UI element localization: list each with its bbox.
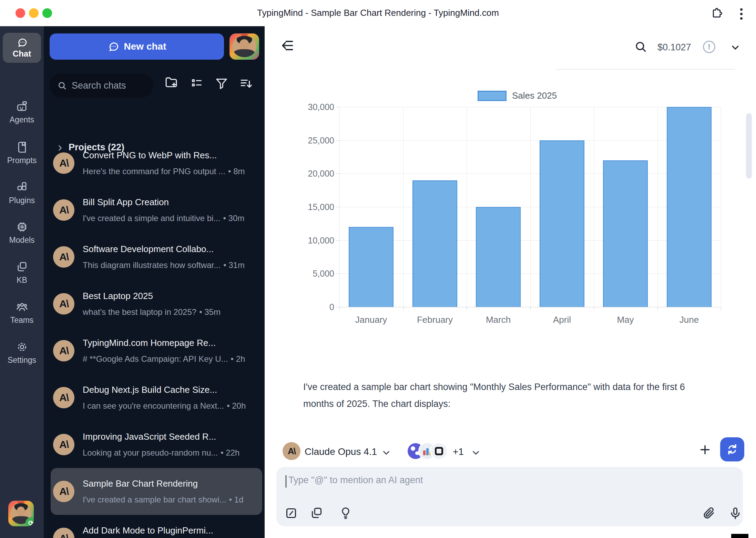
y-axis-tick — [336, 173, 339, 174]
chat-list-item[interactable]: A\ Bill Split App Creation I've created … — [51, 187, 262, 233]
attachment-icon[interactable] — [702, 506, 716, 520]
blocks-icon — [16, 181, 28, 193]
y-axis-tick — [336, 307, 339, 307]
y-axis-tick — [336, 107, 339, 107]
chat-list-item[interactable]: A\ Software Development Collabo... This … — [51, 233, 262, 280]
lightbulb-icon[interactable] — [339, 506, 353, 520]
chat-list-item[interactable]: A\ Best Laptop 2025 what's the best lapt… — [51, 280, 262, 327]
assistant-avatar: A\ — [53, 199, 74, 221]
assistant-avatar: A\ — [53, 434, 74, 455]
sidebar-item-prompts[interactable]: Prompts — [0, 141, 44, 165]
add-button[interactable] — [698, 443, 712, 457]
pages-icon[interactable] — [310, 506, 324, 520]
regenerate-button[interactable] — [720, 437, 744, 461]
user-avatar[interactable]: ⟳ — [8, 501, 34, 526]
assistant-avatar: A\ — [53, 387, 74, 408]
y-axis-label: 10,000 — [303, 236, 334, 246]
chart-legend[interactable]: Sales 2025 — [478, 90, 557, 101]
sidebar-item-agents[interactable]: Agents — [0, 100, 44, 124]
bar-june — [667, 107, 712, 307]
sync-status-badge: ⟳ — [25, 517, 34, 526]
sidebar-item-settings[interactable]: Settings — [0, 341, 44, 365]
nav-rail: Chat Agents Prompts Plugins — [0, 26, 44, 538]
titlebar: TypingMind - Sample Bar Chart Rendering … — [0, 0, 756, 26]
chat-list-item[interactable]: A\ Improving JavaScript Seeded R... Look… — [51, 421, 262, 468]
sidebar-collapse-button[interactable] — [280, 38, 295, 53]
sidebar-item-models[interactable]: Models — [0, 221, 44, 245]
book-bookmark-icon — [16, 141, 28, 153]
x-axis-label: April — [553, 315, 571, 325]
y-axis-label: 15,000 — [303, 202, 334, 212]
user-avatar[interactable] — [229, 33, 259, 60]
chevron-down-icon[interactable] — [381, 448, 391, 458]
sync-icon — [725, 442, 739, 456]
sidebar-item-chat[interactable]: Chat — [3, 33, 41, 63]
x-axis-label: March — [486, 315, 511, 325]
fps-overlay — [241, 34, 248, 36]
window-title: TypingMind - Sample Bar Chart Rendering … — [0, 8, 756, 18]
assistant-avatar: A\ — [53, 152, 74, 174]
search-chats-input[interactable] — [71, 80, 145, 91]
sort-button[interactable] — [239, 77, 253, 91]
gridline — [594, 107, 594, 307]
search-conversation-icon[interactable] — [634, 40, 647, 53]
chevron-down-icon[interactable] — [471, 448, 481, 458]
chat-list-item-selected[interactable]: A\ Sample Bar Chart Rendering I've creat… — [51, 468, 262, 515]
model-selector[interactable]: Claude Opus 4.1 — [305, 446, 377, 457]
legend-swatch — [478, 91, 507, 101]
chat-bubble-icon — [17, 37, 28, 48]
gridline — [721, 107, 721, 307]
chat-list-item[interactable]: A\ Debug Next.js Build Cache Size... I c… — [51, 374, 262, 421]
assistant-avatar: A\ — [53, 528, 74, 538]
chat-list-item[interactable]: A\ TypingMind.com Homepage Re... # **Goo… — [51, 327, 262, 374]
chat-list-item[interactable]: A\ Add Dark Mode to PluginPermi... — [51, 515, 262, 538]
chevron-down-icon[interactable] — [730, 42, 741, 53]
conversation-pane: $0.1027 ! Sales 2025 05,00010,00015,0002… — [265, 26, 756, 538]
app-window: TypingMind - Sample Bar Chart Rendering … — [0, 0, 756, 538]
bar-march — [476, 207, 521, 307]
sidebar-item-kb[interactable]: KB — [0, 261, 44, 285]
bar-may — [603, 160, 648, 307]
prompt-library-icon[interactable] — [284, 506, 298, 520]
message-composer[interactable] — [276, 467, 743, 526]
bulk-select-button[interactable] — [190, 77, 204, 90]
chat-list-item[interactable]: A\ Convert PNG to WebP with Res... Here'… — [51, 140, 262, 187]
scrollbar[interactable] — [746, 113, 752, 179]
new-chat-button[interactable]: New chat — [50, 33, 224, 60]
fps-overlay — [18, 501, 24, 503]
browser-menu-icon[interactable] — [740, 6, 743, 22]
text-caret — [286, 475, 286, 488]
conversation-cost[interactable]: $0.1027 — [657, 42, 691, 53]
x-axis-label: May — [617, 315, 634, 325]
assistant-message-text: I've created a sample bar chart showing … — [303, 379, 685, 412]
filter-button[interactable] — [215, 77, 228, 90]
x-axis-label: June — [680, 315, 699, 325]
x-axis-tick — [339, 307, 340, 310]
cost-info-icon[interactable]: ! — [703, 41, 715, 53]
browser-extension-icon[interactable] — [711, 7, 723, 19]
new-folder-button[interactable] — [164, 75, 178, 90]
message-input[interactable] — [288, 475, 599, 486]
model-avatar: A\ — [283, 442, 300, 460]
x-axis-label: January — [355, 315, 387, 325]
y-axis-label: 0 — [303, 302, 334, 312]
sidebar-item-teams[interactable]: Teams — [0, 301, 44, 325]
plugins-more-count[interactable]: +1 — [453, 446, 464, 457]
y-axis-label: 5,000 — [303, 269, 334, 279]
chip-icon — [16, 221, 28, 233]
x-axis-label: February — [417, 315, 453, 325]
gear-icon — [16, 341, 28, 353]
microphone-icon[interactable] — [728, 506, 742, 520]
search-chats-field[interactable] — [50, 73, 153, 98]
bar-chart[interactable]: 05,00010,00015,00020,00025,00030,000Janu… — [339, 107, 721, 307]
y-axis-tick — [336, 240, 339, 241]
assistant-avatar: A\ — [53, 293, 74, 315]
assistant-avatar: A\ — [53, 340, 74, 361]
plugin-avatar[interactable] — [430, 442, 448, 460]
sidebar-item-plugins[interactable]: Plugins — [0, 181, 44, 205]
y-axis-tick — [336, 207, 339, 207]
x-axis-tick — [467, 307, 467, 310]
gridline — [403, 107, 403, 307]
robot-icon — [16, 100, 28, 113]
x-axis-tick — [594, 307, 594, 310]
